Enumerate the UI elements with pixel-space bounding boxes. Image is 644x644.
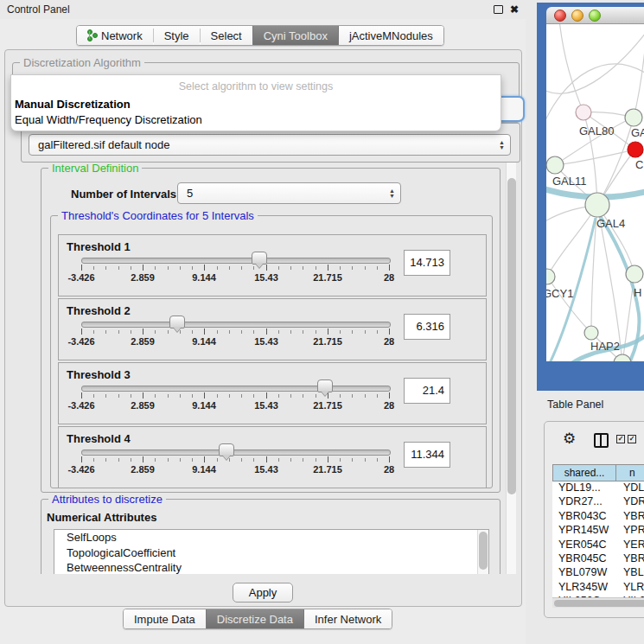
tick-label: 28: [384, 336, 394, 347]
cell-shared[interactable]: YBL079W: [552, 566, 616, 580]
threshold-1-slider-handle[interactable]: [252, 252, 267, 265]
threshold-1-label: Threshold 1: [67, 240, 131, 253]
cell-shared[interactable]: YDL19...: [552, 481, 616, 495]
threshold-2-slider-track[interactable]: [81, 322, 391, 328]
threshold-4-slider-track[interactable]: [81, 450, 391, 456]
cell-name[interactable]: YER0: [616, 539, 644, 552]
tab-cyni-toolbox[interactable]: Cyni Toolbox: [252, 26, 339, 45]
list-item-selfloops[interactable]: SelfLoops: [54, 530, 488, 545]
select-all-buttons[interactable]: ✓ ✓: [616, 435, 636, 443]
table-horizontal-scrollbar-thumb[interactable]: [554, 600, 644, 607]
cell-name[interactable]: YBR0: [616, 552, 644, 566]
column-header-name[interactable]: n: [616, 464, 644, 481]
threshold-4-box: Threshold 4 -3.426 2.859 9.144 15.43 21.…: [58, 426, 487, 488]
node-gal11[interactable]: [546, 156, 564, 174]
cell-shared[interactable]: YBR043C: [552, 510, 616, 524]
slider-ticks: [81, 394, 390, 398]
popup-item-equal-width-frequency[interactable]: Equal Width/Frequency Discretization: [15, 113, 202, 126]
node-pink[interactable]: [576, 105, 591, 120]
tick-label: 15.43: [254, 336, 278, 347]
close-traffic-light-icon[interactable]: [554, 10, 566, 22]
threshold-4-value-field[interactable]: 11.344: [404, 442, 450, 468]
number-of-intervals-combo[interactable]: 5 ▲▼: [177, 182, 401, 204]
float-window-icon[interactable]: [494, 5, 503, 14]
threshold-1-box: Threshold 1 -3.426 2.859 9.144 15.43 21.…: [58, 234, 487, 296]
tick-label: 28: [384, 464, 394, 475]
node-label-hap2: HAP2: [590, 340, 620, 353]
node-h[interactable]: [626, 265, 643, 283]
attributes-scrollbar[interactable]: [477, 530, 488, 574]
popup-item-manual-discretization[interactable]: Manual Discretization: [15, 98, 131, 111]
table-settings-button[interactable]: ⚙: [563, 431, 576, 447]
tab-infer-network[interactable]: Infer Network: [304, 609, 392, 628]
gear-icon: ⚙: [563, 430, 576, 447]
table-data-combo[interactable]: galFiltered.sif default node ▲▼: [29, 134, 511, 156]
tab-jactivemnodules[interactable]: jActiveMNodules: [339, 26, 443, 45]
zoom-traffic-light-icon[interactable]: [589, 10, 601, 22]
threshold-2-slider-handle[interactable]: [169, 316, 185, 328]
table-panel-title: Table Panel: [547, 399, 603, 411]
attributes-scrollbar-thumb[interactable]: [479, 532, 488, 570]
threshold-1-slider-track[interactable]: [81, 258, 391, 264]
node-bottom[interactable]: [614, 354, 631, 361]
threshold-3-value-field[interactable]: 21.4: [404, 378, 450, 404]
tab-jactivemnodules-label: jActiveMNodules: [349, 29, 433, 42]
list-item-betweennesscentrality[interactable]: BetweennessCentrality: [54, 560, 488, 574]
tab-impute-data[interactable]: Impute Data: [124, 609, 206, 628]
tab-select-label: Select: [211, 29, 242, 42]
tab-select[interactable]: Select: [201, 26, 252, 45]
tab-style[interactable]: Style: [154, 26, 200, 45]
threshold-3-slider-handle[interactable]: [317, 379, 333, 392]
table-row[interactable]: YER054CYER0: [552, 539, 644, 552]
table-row[interactable]: YDL19...YDL1: [552, 481, 644, 495]
node-gal4[interactable]: [585, 193, 609, 217]
cell-shared[interactable]: YER054C: [552, 539, 616, 552]
panel-scrollbar-thumb[interactable]: [507, 178, 516, 494]
node-label-ga: GA: [631, 126, 644, 139]
threshold-4-label: Threshold 4: [67, 432, 131, 445]
cell-name[interactable]: YBR0: [616, 510, 644, 524]
tick-label: -3.426: [67, 400, 94, 411]
list-item-topologicalcoefficient[interactable]: TopologicalCoefficient: [54, 545, 488, 561]
tick-label: -3.426: [67, 272, 94, 283]
table-row[interactable]: YDR27...YDR2: [552, 495, 644, 509]
threshold-3-slider-track[interactable]: [81, 386, 391, 392]
column-header-shared[interactable]: shared...: [552, 464, 616, 481]
cell-shared[interactable]: YPR145W: [552, 524, 616, 538]
number-of-intervals-label: Number of Intervals: [71, 188, 176, 201]
thresholds-group-title: Threshold's Coordinates for 5 Intervals: [58, 209, 258, 222]
cell-name[interactable]: YDL1: [616, 481, 644, 495]
cell-shared[interactable]: YLR345W: [552, 581, 616, 595]
panel-scrollbar[interactable]: [506, 163, 516, 574]
table-row[interactable]: YBL079WYBL0: [552, 566, 644, 580]
node-hap2[interactable]: [584, 326, 598, 340]
minimize-traffic-light-icon[interactable]: [571, 10, 583, 22]
node-gcy1[interactable]: [546, 269, 555, 284]
node-red[interactable]: [628, 142, 643, 157]
close-icon[interactable]: ✖: [510, 4, 519, 15]
node-label-c: C: [635, 158, 643, 171]
cell-name[interactable]: YBL0: [616, 566, 644, 580]
cell-shared[interactable]: YBR045C: [552, 552, 616, 566]
threshold-2-value-field[interactable]: 6.316: [404, 314, 450, 340]
table-row[interactable]: YBR043CYBR0: [552, 510, 644, 524]
table-row[interactable]: YBR045CYBR0: [552, 552, 644, 566]
apply-button[interactable]: Apply: [233, 583, 293, 603]
threshold-4-slider-handle[interactable]: [219, 443, 234, 456]
node-green-top[interactable]: [625, 109, 642, 126]
cell-name[interactable]: YLR3: [616, 581, 644, 595]
column-chooser-icon[interactable]: [594, 433, 609, 448]
node-label-gal4: GAL4: [596, 217, 625, 230]
network-canvas[interactable]: GAL80 GA GAL11 GAL4 GCY1 H HAP2 C: [546, 24, 644, 361]
network-icon: [87, 29, 97, 41]
threshold-1-value-field[interactable]: 14.713: [404, 250, 450, 276]
cell-name[interactable]: YPR1: [616, 524, 644, 538]
table-row[interactable]: YPR145WYPR1: [552, 524, 644, 538]
table-row[interactable]: YLR345WYLR3: [552, 581, 644, 595]
table-horizontal-scrollbar[interactable]: [552, 597, 644, 608]
cell-name[interactable]: YDR2: [616, 495, 644, 509]
tab-network[interactable]: Network: [77, 26, 153, 45]
cell-shared[interactable]: YDR27...: [552, 495, 616, 509]
tab-discretize-data[interactable]: Discretize Data: [206, 609, 304, 628]
table-data-combo-value: galFiltered.sif default node: [38, 138, 169, 151]
